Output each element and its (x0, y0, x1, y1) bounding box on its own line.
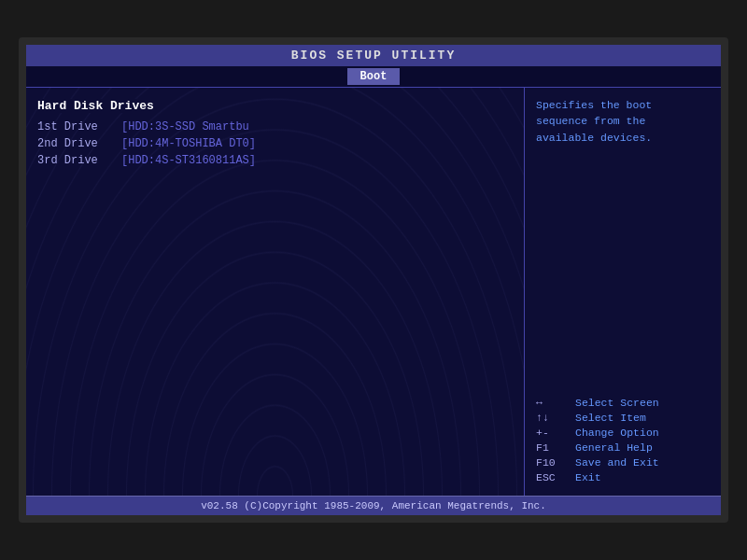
hint-text: Specifies the boot sequence from the ava… (536, 97, 710, 146)
drive-value: [HDD:3S-SSD Smartbu (121, 120, 249, 133)
key-desc: Save and Exit (575, 456, 659, 469)
drive-value: [HDD:4S-ST3160811AS] (121, 154, 256, 167)
drive-list: 1st Drive [HDD:3S-SSD Smartbu 2nd Drive … (37, 120, 513, 167)
key-name: F1 (536, 441, 570, 454)
key-help-row: +- Change Option (536, 427, 710, 439)
key-desc: Change Option (575, 427, 659, 439)
key-desc: Exit (575, 471, 601, 483)
drive-label: 1st Drive (37, 120, 121, 133)
section-title: Hard Disk Drives (37, 99, 154, 113)
key-name: F10 (536, 456, 570, 469)
drive-row: 3rd Drive [HDD:4S-ST3160811AS] (37, 154, 513, 167)
key-help-row: ↔ Select Screen (536, 397, 710, 409)
key-name: +- (536, 427, 570, 439)
key-help-row: F10 Save and Exit (536, 456, 710, 469)
drive-label: 2nd Drive (37, 137, 121, 150)
key-help-row: ↑↓ Select Item (536, 412, 710, 424)
key-name: ↔ (536, 397, 570, 409)
key-help: ↔ Select Screen ↑↓ Select Item +- Change… (536, 397, 710, 486)
tab-bar: Boot (26, 66, 721, 87)
drive-label: 3rd Drive (37, 154, 121, 167)
key-desc: Select Screen (575, 397, 659, 409)
main-area: Hard Disk Drives 1st Drive [HDD:3S-SSD S… (26, 87, 721, 496)
key-name: ESC (536, 471, 570, 483)
key-help-row: F1 General Help (536, 441, 710, 454)
drive-value: [HDD:4M-TOSHIBA DT0] (121, 137, 256, 150)
left-panel: Hard Disk Drives 1st Drive [HDD:3S-SSD S… (26, 88, 525, 496)
monitor: BIOS SETUP UTILITY Boot Hard Disk Drives… (19, 37, 728, 523)
drive-row: 1st Drive [HDD:3S-SSD Smartbu (37, 120, 513, 133)
drive-row: 2nd Drive [HDD:4M-TOSHIBA DT0] (37, 137, 513, 150)
boot-tab[interactable]: Boot (347, 68, 401, 85)
right-panel: Specifies the boot sequence from the ava… (525, 88, 721, 496)
title-bar: BIOS SETUP UTILITY (26, 45, 721, 66)
status-bar: v02.58 (C)Copyright 1985-2009, American … (26, 496, 721, 515)
key-desc: Select Item (575, 412, 646, 424)
key-name: ↑↓ (536, 412, 570, 424)
key-desc: General Help (575, 441, 653, 454)
bios-title: BIOS SETUP UTILITY (291, 49, 456, 63)
key-help-row: ESC Exit (536, 471, 710, 483)
